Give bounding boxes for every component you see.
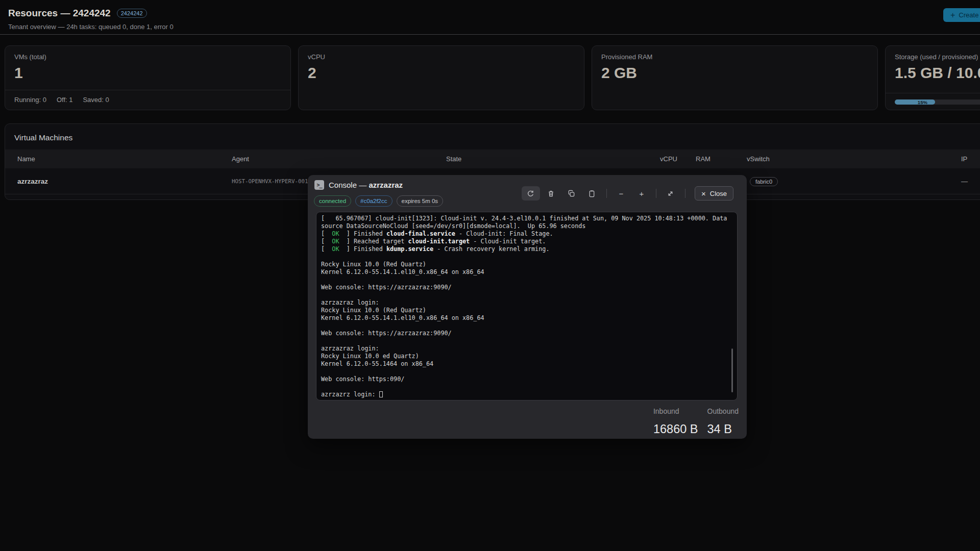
col-name: Name	[17, 155, 232, 163]
copy-icon	[568, 190, 575, 197]
close-button[interactable]: × Close	[695, 186, 733, 201]
terminal-line: azrzazraz login:	[321, 345, 737, 353]
card-footer: 15%	[886, 93, 980, 110]
close-button-label: Close	[710, 190, 727, 197]
refresh-icon	[527, 190, 534, 197]
card-value: 2 GB	[601, 64, 868, 82]
card-value: 1	[14, 64, 281, 82]
terminal-scrollbar-thumb[interactable]	[731, 348, 733, 392]
paste-button[interactable]	[583, 186, 601, 201]
col-vcpu: vCPU	[660, 155, 696, 163]
inbound-label: Inbound	[653, 407, 698, 415]
plus-icon: +	[950, 11, 955, 20]
terminal-line: [ OK ] Finished cloud-final.service - Cl…	[321, 230, 737, 238]
terminal-line: azrzazraz login:	[321, 299, 737, 307]
inbound-stat: Inbound 16860 B	[653, 407, 698, 436]
terminal-cursor	[379, 391, 383, 397]
terminal-icon: >_	[314, 180, 324, 190]
page-subtitle: Tenant overview — 24h tasks: queued 0, d…	[8, 23, 980, 31]
expires-badge: expires 5m 0s	[397, 195, 444, 207]
col-state: State	[446, 155, 660, 163]
console-title: Console — azrzazraz	[329, 181, 403, 189]
zoom-out-button[interactable]: −	[612, 186, 630, 201]
toolbar-separator	[606, 189, 607, 198]
terminal-line: Rocky Linux 10.0 (Red Quartz)	[321, 307, 737, 314]
copy-button[interactable]	[562, 186, 581, 201]
terminal-line: Kernel 6.12.0-55.14.1.el10_0.x86_64 on x…	[321, 314, 737, 322]
terminal-line: Web console: https://azrzazraz:9090/	[321, 330, 737, 337]
refresh-button[interactable]	[522, 186, 540, 201]
vm-ip: —	[961, 178, 980, 185]
vswitch-badge: fabric0	[750, 177, 778, 186]
terminal-line: Rocky Linux 10.0 (Red Quartz)	[321, 261, 737, 268]
terminal-line: [ OK ] Reached target cloud-init.target …	[321, 238, 737, 245]
card-label: vCPU	[308, 53, 575, 61]
terminal-line	[321, 253, 737, 261]
terminal-line	[321, 383, 737, 391]
fullscreen-button[interactable]	[662, 186, 680, 201]
col-agent: Agent	[232, 155, 446, 163]
terminal-line: Web console: https:090/	[321, 375, 737, 383]
console-vm-name: azrzazraz	[369, 181, 403, 189]
outbound-stat: Outbound 34 B	[707, 407, 739, 436]
terminal-line	[321, 337, 737, 345]
card-label: Storage (used / provisioned)	[895, 53, 980, 61]
card-vms-total: VMs (total) 1 Running: 0 Off: 1 Saved: 0	[5, 45, 291, 110]
vm-off-count: Off: 1	[57, 96, 73, 104]
stat-cards: VMs (total) 1 Running: 0 Off: 1 Saved: 0…	[5, 45, 980, 110]
session-id-badge: #c0a2f2cc	[355, 195, 392, 207]
clipboard-icon	[588, 190, 596, 197]
table-header: Name Agent State vCPU RAM vSwitch IP	[5, 149, 980, 168]
col-ip: IP	[961, 155, 980, 163]
page-header: Resources — 2424242 2424242 Tenant overv…	[0, 0, 980, 35]
card-vcpu: vCPU 2	[298, 45, 584, 110]
storage-progress-track: 15%	[895, 99, 980, 105]
console-modal: >_ Console — azrzazraz connected #c0a2f2…	[308, 175, 747, 439]
create-button[interactable]: + Create	[943, 8, 980, 22]
inbound-value: 16860 B	[653, 422, 698, 436]
connected-badge: connected	[314, 195, 351, 207]
tenant-badge: 2424242	[117, 9, 147, 18]
card-value: 2	[308, 64, 575, 82]
vm-saved-count: Saved: 0	[83, 96, 109, 104]
terminal-line: Web console: https://azrzazraz:9090/	[321, 284, 737, 291]
card-storage: Storage (used / provisioned) 1.5 GB / 10…	[885, 45, 980, 110]
vm-running-count: Running: 0	[14, 96, 46, 104]
terminal-line: Rocky Linux 10.0 ed Quartz)	[321, 353, 737, 360]
card-label: VMs (total)	[14, 53, 281, 61]
zoom-in-button[interactable]: +	[632, 186, 651, 201]
toolbar-separator	[685, 189, 685, 198]
page-title: Resources — 2424242	[8, 8, 111, 19]
col-vswitch: vSwitch	[747, 155, 961, 163]
terminal-line: [ OK ] Finished kdump.service - Crash re…	[321, 245, 737, 253]
close-icon: ×	[701, 189, 706, 198]
col-ram: RAM	[696, 155, 747, 163]
vm-vswitch-cell: fabric0	[747, 177, 961, 186]
terminal-line: Kernel 6.12.0-55.14.1.el10_0.x86_64 on x…	[321, 268, 737, 276]
vm-name: azrzazraz	[17, 178, 232, 185]
terminal-line	[321, 368, 737, 375]
terminal-line: azrzazrz login:	[321, 391, 737, 398]
trash-icon	[547, 190, 555, 197]
storage-progress-label: 15%	[895, 99, 935, 105]
card-footer: Running: 0 Off: 1 Saved: 0	[5, 90, 290, 110]
panel-title: Virtual Machines	[5, 124, 980, 149]
page-content: Resources — 2424242 2424242 Tenant overv…	[0, 0, 980, 200]
terminal-line: Kernel 6.12.0-55.1464 on x86_64	[321, 360, 737, 368]
terminal-line: source DataSourceNoCloud [seed=/dev/sr0]…	[321, 222, 737, 230]
expand-icon	[667, 190, 674, 197]
card-ram: Provisioned RAM 2 GB	[592, 45, 878, 110]
toolbar-separator	[656, 189, 656, 198]
console-terminal-output[interactable]: [ 65.967067] cloud-init[1323]: Cloud-ini…	[316, 212, 738, 400]
outbound-value: 34 B	[707, 422, 739, 436]
console-modal-header: >_ Console — azrzazraz connected #c0a2f2…	[308, 175, 747, 212]
terminal-line: [ 65.967067] cloud-init[1323]: Cloud-ini…	[321, 215, 737, 222]
terminal-line	[321, 291, 737, 299]
delete-button[interactable]	[542, 186, 560, 201]
card-label: Provisioned RAM	[601, 53, 868, 61]
create-button-label: Create	[959, 11, 978, 19]
outbound-label: Outbound	[707, 407, 739, 415]
terminal-line	[321, 322, 737, 330]
terminal-line	[321, 276, 737, 284]
console-toolbar: − + × Close	[522, 186, 733, 201]
